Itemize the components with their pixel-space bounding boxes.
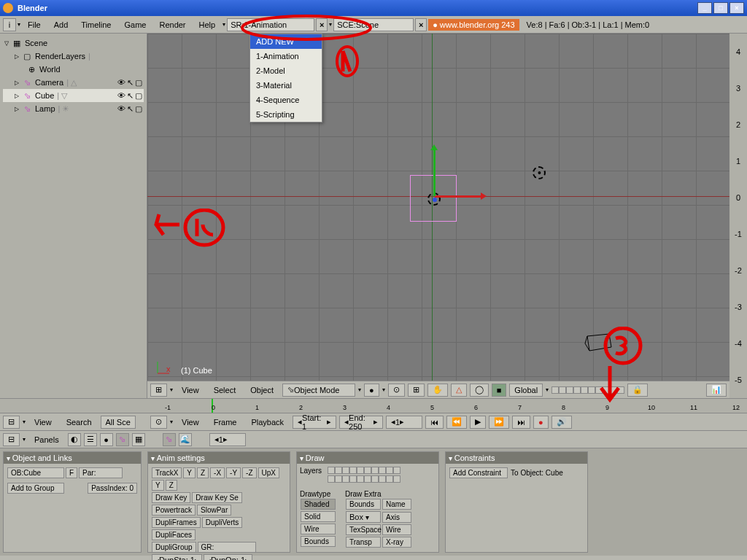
context-editing-icon[interactable]: ▦ bbox=[132, 433, 145, 446]
menu-game[interactable]: Game bbox=[118, 19, 152, 31]
menu-file[interactable]: File bbox=[22, 19, 47, 31]
eye-icon[interactable]: 👁 bbox=[117, 91, 125, 101]
viewport-type-icon[interactable]: ⊞ bbox=[150, 384, 167, 397]
start-frame-field[interactable]: ◂ Start: 1 ▸ bbox=[293, 416, 336, 429]
forward-end-button[interactable]: ⏭ bbox=[512, 416, 530, 429]
dropdown-scripting[interactable]: 5-Scripting bbox=[250, 107, 322, 122]
expand-icon[interactable]: ▽ bbox=[4, 40, 9, 47]
close-button[interactable]: × bbox=[729, 2, 744, 14]
screen-field[interactable]: SR:1-Animation bbox=[227, 18, 314, 31]
render-icon[interactable]: ▢ bbox=[135, 78, 142, 88]
triangle-icon[interactable]: △ bbox=[451, 384, 467, 397]
tree-lamp[interactable]: ▷ ⬂ Lamp | ☀ 👁↖▢ bbox=[3, 102, 144, 115]
gizmo-x-arrow[interactable] bbox=[435, 195, 482, 198]
tree-renderlayers[interactable]: ▷ ▢ RenderLayers | bbox=[3, 50, 144, 63]
scene-chevron-icon[interactable]: ▾ bbox=[329, 21, 332, 28]
context-script-icon[interactable]: ☰ bbox=[84, 433, 97, 446]
expand-icon[interactable]: ▷ bbox=[15, 79, 19, 86]
timeline-ruler[interactable]: -1 0 1 2 3 4 5 6 7 8 9 10 11 12 bbox=[0, 398, 747, 413]
orientation-selector[interactable]: Global bbox=[509, 384, 543, 397]
f-button[interactable]: F bbox=[66, 467, 77, 478]
tree-cube[interactable]: ▷ ⬂ Cube | ▽ 👁↖▢ bbox=[3, 89, 144, 102]
widget-icon[interactable]: ⊞ bbox=[408, 384, 425, 397]
eye-icon[interactable]: 👁 bbox=[117, 78, 125, 88]
view-menu[interactable]: View bbox=[176, 384, 205, 396]
blender-link[interactable]: ● www.blender.org 243 bbox=[428, 19, 519, 31]
eye-icon[interactable]: 👁 bbox=[117, 104, 125, 114]
par-field[interactable]: Par: bbox=[79, 467, 123, 478]
outliner-view-menu[interactable]: View bbox=[28, 416, 58, 428]
mode-selector[interactable]: ⬂ Object Mode bbox=[282, 384, 355, 397]
buttons-type-icon[interactable]: ⊟ bbox=[3, 433, 20, 446]
add-constraint-button[interactable]: Add Constraint bbox=[449, 467, 508, 478]
menu-help[interactable]: Help bbox=[193, 19, 222, 31]
render-icon[interactable]: ▢ bbox=[135, 91, 142, 101]
outliner-type-icon[interactable]: ⊟ bbox=[3, 416, 20, 429]
shading-icon[interactable]: ● bbox=[364, 384, 379, 397]
forward-button[interactable]: ⏩ bbox=[489, 416, 509, 429]
subcontext-physics-icon[interactable]: 🌊 bbox=[179, 433, 192, 446]
cursor-icon[interactable]: ↖ bbox=[127, 78, 133, 88]
ob-name-field[interactable]: OB:Cube bbox=[7, 467, 64, 478]
dropdown-model[interactable]: 2-Model bbox=[250, 63, 322, 78]
3d-viewport[interactable]: x (1) Cube ADD NEW 1-Animation 2-Model 3… bbox=[147, 34, 729, 398]
chevron-icon[interactable]: ▾ bbox=[170, 386, 173, 393]
context-logic-icon[interactable]: ◐ bbox=[68, 433, 81, 446]
context-object-icon[interactable]: ⬂ bbox=[116, 433, 129, 446]
dropdown-header[interactable]: ADD NEW bbox=[250, 34, 322, 49]
rewind-button[interactable]: ⏪ bbox=[446, 416, 467, 429]
dropdown-sequence[interactable]: 4-Sequence bbox=[250, 93, 322, 107]
menu-timeline[interactable]: Timeline bbox=[75, 19, 117, 31]
screen-close-button[interactable]: × bbox=[316, 18, 328, 31]
render-icon[interactable]: 📊 bbox=[706, 384, 727, 397]
square-icon[interactable]: ■ bbox=[492, 384, 507, 397]
expand-icon[interactable]: ▷ bbox=[15, 53, 19, 60]
scene-close-button[interactable]: × bbox=[415, 18, 427, 31]
render-icon[interactable]: ▢ bbox=[135, 104, 142, 114]
timeline-view-menu[interactable]: View bbox=[176, 416, 205, 428]
record-button[interactable]: ● bbox=[533, 416, 549, 429]
object-menu[interactable]: Object bbox=[244, 384, 279, 396]
select-menu[interactable]: Select bbox=[208, 384, 242, 396]
rewind-start-button[interactable]: ⏮ bbox=[425, 416, 444, 429]
pivot-icon[interactable]: ⊙ bbox=[388, 384, 405, 397]
current-frame-field[interactable]: ◂ 1 ▸ bbox=[386, 416, 422, 429]
minimize-button[interactable]: _ bbox=[697, 2, 712, 14]
circle-icon[interactable]: ◯ bbox=[470, 384, 489, 397]
add-group-button[interactable]: Add to Group bbox=[7, 483, 64, 494]
layer-buttons[interactable] bbox=[551, 386, 624, 394]
lamp-object[interactable] bbox=[533, 166, 546, 179]
tree-world[interactable]: ⊕ World bbox=[3, 63, 144, 76]
gizmo-y-arrow[interactable] bbox=[433, 149, 436, 196]
passindex-field[interactable]: PassIndex: 0 bbox=[88, 483, 137, 494]
speaker-icon[interactable]: 🔊 bbox=[551, 416, 572, 429]
scene-field[interactable]: SCE:Scene bbox=[333, 18, 414, 31]
camera-object[interactable] bbox=[584, 332, 613, 354]
context-shading-icon[interactable]: ● bbox=[100, 433, 113, 446]
timeline-type-icon[interactable]: ⊙ bbox=[150, 416, 167, 429]
subcontext-icon[interactable]: ⬂ bbox=[163, 433, 176, 446]
frame-field[interactable]: ◂ 1 ▸ bbox=[209, 433, 246, 446]
tree-camera[interactable]: ▷ ⬂ Camera | △ 👁↖▢ bbox=[3, 76, 144, 89]
expand-icon[interactable]: ▷ bbox=[15, 93, 19, 99]
menu-add[interactable]: Add bbox=[48, 19, 74, 31]
expand-icon[interactable]: ▷ bbox=[15, 106, 19, 112]
chevron-icon[interactable]: ▾ bbox=[18, 21, 20, 28]
cursor-icon[interactable]: ↖ bbox=[127, 91, 133, 101]
end-frame-field[interactable]: ◂ End: 250 ▸ bbox=[339, 416, 383, 429]
hand-icon[interactable]: ✋ bbox=[427, 384, 448, 397]
cursor-icon[interactable]: ↖ bbox=[127, 104, 133, 114]
maximize-button[interactable]: □ bbox=[713, 2, 728, 14]
timeline-frame-menu[interactable]: Frame bbox=[208, 416, 243, 428]
outliner-search-menu[interactable]: Search bbox=[61, 416, 98, 428]
outliner-filter[interactable]: All Sce bbox=[101, 416, 136, 429]
lock-icon[interactable]: 🔒 bbox=[627, 384, 648, 397]
play-button[interactable]: ▶ bbox=[470, 416, 486, 429]
info-icon[interactable]: i bbox=[3, 18, 16, 31]
timeline-playback-menu[interactable]: Playback bbox=[245, 416, 290, 428]
menu-render[interactable]: Render bbox=[153, 19, 191, 31]
screen-chevron-icon[interactable]: ▾ bbox=[222, 21, 225, 28]
dropdown-animation[interactable]: 1-Animation bbox=[250, 49, 322, 63]
tree-scene[interactable]: ▽ ▦ Scene bbox=[3, 36, 144, 50]
dropdown-material[interactable]: 3-Material bbox=[250, 78, 322, 93]
